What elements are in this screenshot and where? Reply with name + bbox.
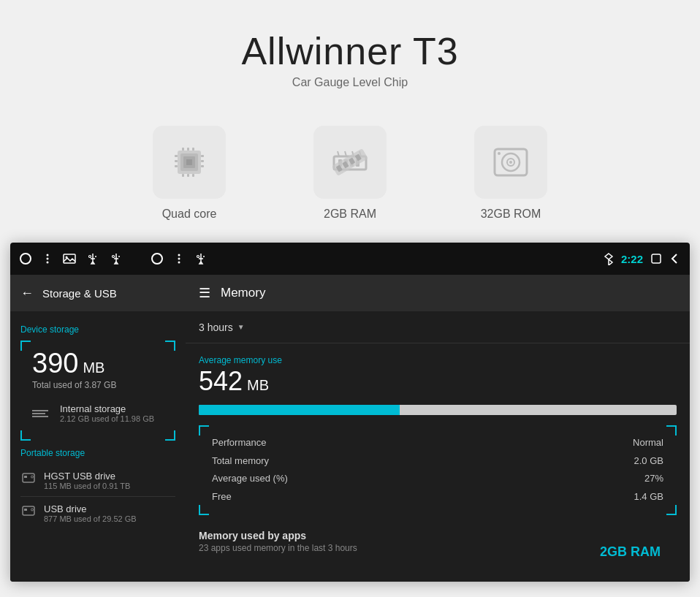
stat-free-value: 1.4 GB	[633, 488, 663, 506]
apps-title: Memory used by apps	[199, 530, 677, 541]
svg-rect-39	[64, 254, 75, 263]
time-select-value: 3 hours	[199, 322, 233, 333]
hdd-icon	[489, 140, 533, 184]
storage-unit: MB	[83, 360, 104, 376]
circle-icon-2	[151, 252, 164, 265]
device-storage-label: Device storage	[20, 324, 175, 335]
chevron-down-icon: ▼	[237, 323, 245, 331]
svg-rect-9	[201, 165, 204, 167]
image-icon	[63, 252, 76, 265]
memory-progress-bar	[199, 405, 677, 415]
bluetooth-icon	[604, 252, 614, 265]
recent-apps-icon	[650, 253, 662, 265]
svg-rect-15	[192, 174, 194, 177]
page-header: Allwinner T3 Car Gauge Level Chip	[0, 0, 700, 111]
right-panel: ☰ Memory 3 hours ▼ Average memory use 54…	[186, 275, 690, 582]
status-bar: 2:22	[10, 243, 690, 275]
hamburger-icon[interactable]: ☰	[199, 285, 210, 301]
svg-rect-4	[175, 155, 178, 157]
internal-storage-name: Internal storage	[60, 403, 154, 414]
svg-point-34	[498, 152, 501, 155]
android-container: 2:22 ← Storage & USB Device storage	[10, 243, 690, 582]
left-panel-title: Storage & USB	[42, 287, 117, 300]
dots-icon	[42, 254, 53, 264]
hgst-usb-item[interactable]: HGST USB drive 115 MB used of 0.91 TB	[20, 464, 175, 497]
stat-free-label: Free	[212, 488, 288, 506]
stat-avg-label: Average used (%)	[212, 470, 288, 488]
usb-icon-2	[110, 252, 123, 265]
left-panel: ← Storage & USB Device storage 390 MB To	[10, 275, 186, 582]
back-arrow-icon[interactable]: ←	[20, 286, 34, 301]
svg-point-33	[509, 161, 512, 164]
page-subtitle: Car Gauge Level Chip	[0, 76, 700, 89]
hgst-name: HGST USB drive	[44, 471, 130, 482]
storage-amount: 390	[32, 349, 78, 377]
svg-rect-12	[192, 148, 194, 151]
hgst-icon	[20, 470, 37, 490]
features-row: Quad core	[0, 111, 700, 243]
svg-point-42	[95, 256, 96, 257]
feature-quad-core: Quad core	[153, 126, 226, 221]
right-panel-header: ☰ Memory	[186, 275, 690, 311]
internal-storage-size: 2.12 GB used of 11.98 GB	[60, 414, 154, 423]
time-select-button[interactable]: 3 hours ▼	[199, 322, 245, 333]
bottom-label: 32G ROM ,Support 1T HDD ,Support 32G SD …	[0, 582, 700, 597]
portable-storage-label: Portable storage	[20, 448, 175, 458]
svg-point-50	[203, 256, 205, 257]
svg-rect-14	[187, 174, 189, 177]
rom-icon-box	[474, 126, 547, 199]
dots-icon-2	[174, 254, 184, 264]
ram-icon-box	[313, 126, 387, 199]
stat-performance-value: Normal	[633, 434, 663, 452]
svg-rect-5	[175, 160, 178, 162]
stat-total-label: Total memory	[212, 452, 288, 471]
feature-rom: 32GB ROM	[474, 126, 547, 221]
page-title: Allwinner T3	[0, 29, 700, 73]
svg-point-54	[31, 476, 34, 478]
circle-icon	[19, 252, 32, 265]
svg-rect-11	[187, 148, 189, 151]
ram-annotation: 2GB RAM	[600, 544, 661, 560]
usb-drive-item[interactable]: USB drive 877 MB used of 29.52 GB	[20, 497, 175, 529]
status-bar-left	[19, 252, 208, 265]
quad-core-icon-box	[153, 126, 226, 199]
ram-annotation-label: 2GB RAM	[600, 544, 661, 560]
svg-point-57	[31, 509, 34, 511]
usb-drive-icon	[20, 503, 37, 523]
android-main: ← Storage & USB Device storage 390 MB To	[10, 275, 690, 582]
avg-unit: MB	[247, 377, 269, 394]
left-panel-header: ← Storage & USB	[10, 275, 186, 311]
usb-icon-3	[194, 252, 208, 265]
memory-content: Average memory use 542 MB	[186, 343, 690, 582]
svg-point-47	[178, 258, 180, 260]
hgst-size: 115 MB used of 0.91 TB	[44, 482, 130, 490]
avg-label: Average memory use	[199, 355, 677, 365]
feature-ram: 2GB RAM	[313, 126, 387, 221]
svg-point-38	[47, 262, 49, 264]
quad-core-label: Quad core	[162, 208, 217, 221]
svg-point-35	[20, 254, 31, 264]
svg-rect-3	[186, 159, 192, 165]
svg-rect-8	[201, 160, 204, 162]
svg-point-37	[47, 258, 49, 260]
svg-point-44	[118, 256, 120, 257]
left-panel-content: Device storage 390 MB Total used of 3.87…	[10, 311, 186, 538]
svg-rect-13	[182, 174, 184, 177]
status-bar-right: 2:22	[604, 252, 681, 265]
svg-rect-6	[175, 165, 178, 167]
internal-storage-item[interactable]: Internal storage 2.12 GB used of 11.98 G…	[32, 398, 164, 429]
stats-table: Performance Total memory Average used (%…	[200, 428, 675, 512]
stats-labels: Performance Total memory Average used (%…	[212, 434, 288, 506]
stat-avg-value: 27%	[633, 470, 663, 488]
memory-panel-title: Memory	[221, 286, 265, 300]
rom-label-text: 32GB ROM	[481, 208, 541, 221]
svg-point-45	[152, 254, 162, 264]
time-selector: 3 hours ▼	[186, 311, 690, 343]
svg-point-48	[178, 262, 180, 264]
svg-point-36	[47, 254, 49, 256]
back-icon	[669, 253, 681, 265]
stat-total-value: 2.0 GB	[633, 452, 663, 471]
memory-progress-fill	[199, 405, 400, 415]
ram-label-text: 2GB RAM	[324, 208, 376, 221]
stats-values: Normal 2.0 GB 27% 1.4 GB	[633, 434, 663, 506]
